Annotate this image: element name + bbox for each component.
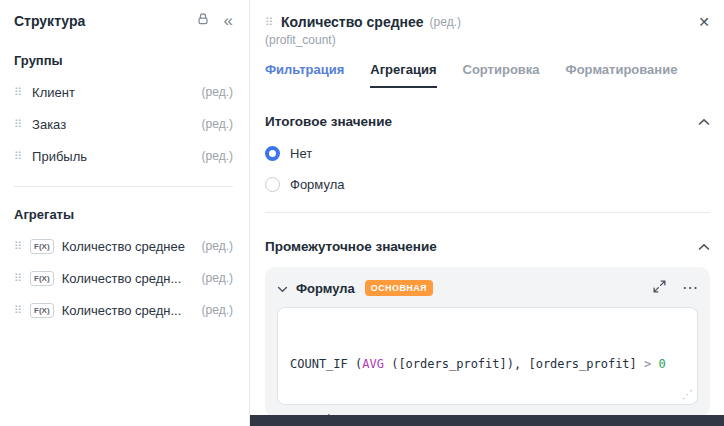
tab-filtering[interactable]: Фильтрация xyxy=(265,62,344,88)
group-row-profit[interactable]: ⠿ Прибыль (ред.) xyxy=(14,140,233,172)
edit-link[interactable]: (ред.) xyxy=(196,85,233,99)
formula-fx-icon: F(X) xyxy=(30,271,54,286)
aggregate-label: Количество средн... xyxy=(62,303,182,318)
aggregate-label: Количество среднее xyxy=(62,239,185,254)
panel-title-edit[interactable]: (ред.) xyxy=(430,15,461,29)
formula-fx-icon: F(X) xyxy=(30,303,54,318)
sidebar-divider xyxy=(14,186,233,187)
panel-title: Количество среднее xyxy=(281,14,424,30)
radio-unselected-icon[interactable] xyxy=(265,177,280,192)
edit-link[interactable]: (ред.) xyxy=(196,239,233,253)
radio-option-none[interactable]: Нет xyxy=(265,146,710,161)
tab-bar: Фильтрация Агрегация Сортировка Форматир… xyxy=(265,62,710,88)
field-editor-panel: ⠿ Количество среднее (ред.) ✕ (profit_co… xyxy=(250,0,724,426)
chevron-up-icon[interactable] xyxy=(698,237,710,255)
tab-aggregation[interactable]: Агрегация xyxy=(370,62,436,88)
chevron-up-icon[interactable] xyxy=(698,112,710,130)
panel-divider xyxy=(265,212,710,213)
group-row-client[interactable]: ⠿ Клиент (ред.) xyxy=(14,76,233,108)
sidebar-title: Структура xyxy=(14,13,85,29)
total-value-title: Итоговое значение xyxy=(265,114,392,129)
groups-section-title: Группы xyxy=(14,53,233,68)
field-id-subtitle: (profit_count) xyxy=(265,33,710,47)
group-row-order[interactable]: ⠿ Заказ (ред.) xyxy=(14,108,233,140)
aggregate-label: Количество средн... xyxy=(62,271,182,286)
aggregate-row-1[interactable]: ⠿ F(X) Количество среднее (ред.) xyxy=(14,230,233,262)
sidebar-header-icons: « xyxy=(196,12,233,29)
panel-header: ⠿ Количество среднее (ред.) ✕ xyxy=(265,14,710,30)
total-value-section-header[interactable]: Итоговое значение xyxy=(265,112,710,130)
tab-formatting[interactable]: Форматирование xyxy=(566,62,678,88)
drag-handle-icon[interactable]: ⠿ xyxy=(14,150,22,163)
code-line-1: COUNT_IF (AVG ([orders_profit]), [orders… xyxy=(290,355,685,374)
expand-icon[interactable] xyxy=(653,280,666,296)
radio-label: Формула xyxy=(290,177,344,192)
app-window: Структура « Группы ⠿ Клиент (ред.) ⠿ Зак… xyxy=(0,0,724,426)
sidebar-header: Структура « xyxy=(14,12,233,29)
formula-card-header: Формула ОСНОВНАЯ ⋯ xyxy=(277,279,698,297)
drag-handle-icon[interactable]: ⠿ xyxy=(14,240,22,253)
panel-footer-bar[interactable] xyxy=(250,415,724,426)
edit-link[interactable]: (ред.) xyxy=(196,117,233,131)
edit-link[interactable]: (ред.) xyxy=(196,149,233,163)
drag-handle-icon[interactable]: ⠿ xyxy=(14,118,22,131)
close-icon[interactable]: ✕ xyxy=(698,14,710,30)
aggregates-section-title: Агрегаты xyxy=(14,207,233,222)
more-options-icon[interactable]: ⋯ xyxy=(682,280,698,296)
edit-link[interactable]: (ред.) xyxy=(196,303,233,317)
edit-link[interactable]: (ред.) xyxy=(196,271,233,285)
formula-fx-icon: F(X) xyxy=(30,239,54,254)
lock-icon[interactable] xyxy=(196,12,210,29)
drag-handle-icon[interactable]: ⠿ xyxy=(265,16,273,29)
structure-sidebar: Структура « Группы ⠿ Клиент (ред.) ⠿ Зак… xyxy=(0,0,250,426)
chevron-down-icon[interactable] xyxy=(277,279,288,297)
drag-handle-icon[interactable]: ⠿ xyxy=(14,86,22,99)
group-label: Заказ xyxy=(32,117,66,132)
radio-selected-icon[interactable] xyxy=(265,146,280,161)
drag-handle-icon[interactable]: ⠿ xyxy=(14,272,22,285)
formula-card-actions: ⋯ xyxy=(653,280,698,296)
primary-badge: ОСНОВНАЯ xyxy=(365,280,433,296)
collapse-panel-icon[interactable]: « xyxy=(224,12,233,29)
group-label: Клиент xyxy=(32,85,75,100)
radio-option-formula[interactable]: Формула xyxy=(265,177,710,192)
intermediate-value-section-header[interactable]: Промежуточное значение xyxy=(265,237,710,255)
radio-label: Нет xyxy=(290,146,312,161)
formula-code-editor[interactable]: COUNT_IF (AVG ([orders_profit]), [orders… xyxy=(277,307,698,405)
aggregate-row-3[interactable]: ⠿ F(X) Количество средн... (ред.) xyxy=(14,294,233,326)
tab-sorting[interactable]: Сортировка xyxy=(463,62,540,88)
formula-card: Формула ОСНОВНАЯ ⋯ COUNT_IF (AVG ([order… xyxy=(265,267,710,417)
group-label: Прибыль xyxy=(32,149,87,164)
intermediate-value-title: Промежуточное значение xyxy=(265,239,437,254)
resize-grip-icon[interactable]: ⋰ xyxy=(682,386,693,403)
aggregate-row-2[interactable]: ⠿ F(X) Количество средн... (ред.) xyxy=(14,262,233,294)
drag-handle-icon[interactable]: ⠿ xyxy=(14,304,22,317)
formula-card-title: Формула xyxy=(296,281,355,296)
